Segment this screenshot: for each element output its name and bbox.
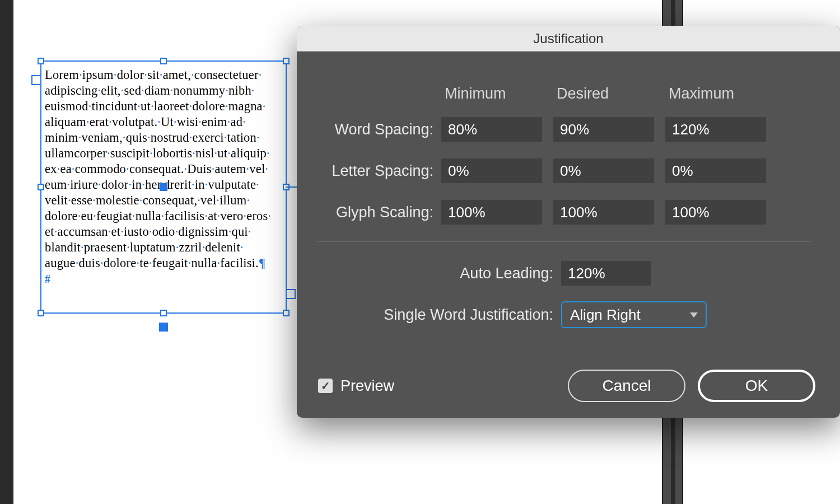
auto-leading-input[interactable] xyxy=(561,261,651,286)
letter-spacing-label: Letter Spacing: xyxy=(297,162,441,180)
glyph-scaling-label: Glyph Scaling: xyxy=(297,204,441,221)
text-out-port[interactable] xyxy=(286,289,296,299)
preview-label: Preview xyxy=(340,377,394,395)
letter-spacing-desired-input[interactable] xyxy=(553,158,654,183)
word-spacing-label: Word Spacing: xyxy=(297,121,441,138)
frame-body-text[interactable]: Lorem·ipsum·dolor·sit·amet,·consectetuer… xyxy=(41,62,286,288)
glyph-scaling-desired-input[interactable] xyxy=(553,200,654,225)
resize-handle-bottom-left[interactable] xyxy=(38,310,44,316)
auto-leading-row: Auto Leading: xyxy=(297,261,811,286)
divider-line xyxy=(317,241,811,242)
resize-handle-bottom-right[interactable] xyxy=(283,310,290,316)
word-spacing-min-input[interactable] xyxy=(441,117,542,142)
word-spacing-row: Word Spacing: xyxy=(297,117,811,142)
frame-bottom-indicator[interactable] xyxy=(159,323,168,332)
header-minimum: Minimum xyxy=(441,85,553,102)
word-spacing-desired-input[interactable] xyxy=(553,117,654,142)
header-desired: Desired xyxy=(553,85,665,102)
auto-leading-label: Auto Leading: xyxy=(297,265,561,282)
preview-checkbox-wrap[interactable]: ✓ Preview xyxy=(318,377,394,395)
dialog-title[interactable]: Justification xyxy=(297,26,840,52)
selected-text-frame[interactable]: Lorem·ipsum·dolor·sit·amet,·consectetuer… xyxy=(40,60,287,314)
checkmark-icon: ✓ xyxy=(321,379,330,393)
header-maximum: Maximum xyxy=(665,85,777,102)
letter-spacing-max-input[interactable] xyxy=(665,158,766,183)
single-word-row: Single Word Justification: Align Right xyxy=(297,301,811,328)
letter-spacing-min-input[interactable] xyxy=(441,158,542,183)
ok-button[interactable]: OK xyxy=(698,370,815,402)
resize-handle-top-right[interactable] xyxy=(283,58,290,64)
single-word-value: Align Right xyxy=(570,306,641,324)
column-headers: Minimum Desired Maximum xyxy=(297,85,811,102)
justification-dialog: Justification Minimum Desired Maximum Wo… xyxy=(297,26,840,418)
glyph-scaling-row: Glyph Scaling: xyxy=(297,200,811,225)
preview-checkbox[interactable]: ✓ xyxy=(318,379,333,393)
resize-handle-top-left[interactable] xyxy=(38,58,44,64)
pasteboard-left-edge xyxy=(0,0,13,504)
single-word-select[interactable]: Align Right xyxy=(561,301,707,328)
center-reference-point[interactable] xyxy=(160,183,167,191)
letter-spacing-row: Letter Spacing: xyxy=(297,158,811,183)
resize-handle-middle-left[interactable] xyxy=(38,184,44,190)
word-spacing-max-input[interactable] xyxy=(665,117,766,142)
glyph-scaling-max-input[interactable] xyxy=(665,200,766,225)
resize-handle-bottom-middle[interactable] xyxy=(160,310,167,316)
cancel-button[interactable]: Cancel xyxy=(568,370,685,402)
glyph-scaling-min-input[interactable] xyxy=(441,200,542,225)
single-word-label: Single Word Justification: xyxy=(297,306,561,324)
text-in-port[interactable] xyxy=(31,75,41,85)
resize-handle-top-middle[interactable] xyxy=(160,58,167,64)
chevron-down-icon xyxy=(690,312,698,318)
